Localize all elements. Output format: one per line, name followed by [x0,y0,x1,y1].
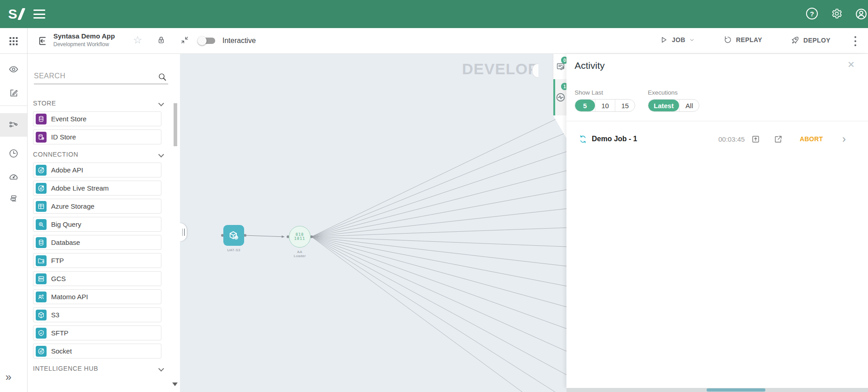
folder-plus-icon [36,255,47,266]
chart-circle-icon [36,165,47,176]
workflow-canvas[interactable]: DEVELOP UAT-S3 010 1011 AALoader [180,54,566,392]
workflow-toolbar: Syntasa Demo App Development Workflow ☆ … [0,28,868,54]
active-tab-indicator [553,79,555,115]
lock-icon[interactable] [156,35,166,45]
palette-item-label: Event Store [51,115,86,123]
tab-activity[interactable]: 1 [553,79,567,115]
section-header-store[interactable]: STORE [33,100,165,107]
palette-item-label: Big Query [51,220,81,228]
palette-item-label: ID Store [51,133,76,141]
workflow-icon [8,120,19,130]
palette-item-event-store[interactable]: Event Store [33,111,161,126]
executions-option-all[interactable]: All [679,100,699,111]
show-last-option-15[interactable]: 15 [615,100,635,111]
interactive-toggle[interactable] [199,38,215,44]
play-icon [659,35,668,44]
shield-icon [36,328,47,339]
page-subtitle: Development Workflow [53,41,115,48]
show-last-option-10[interactable]: 10 [595,100,615,111]
eye-icon [8,64,19,75]
activity-panel: Activity × Show Last Executions 51015 La… [566,54,868,388]
palette-item-s3[interactable]: S3 [33,307,161,322]
palette-item-label: S3 [51,311,59,319]
sidebar-item-dashboard[interactable] [0,164,27,188]
palette-item-ftp[interactable]: FTP [33,253,161,268]
palette-item-adobe-api[interactable]: Adobe API [33,163,161,177]
tab-notes[interactable]: 0 [553,54,567,79]
node-label: AALoader [282,250,318,258]
deploy-button[interactable]: DEPLOY [790,35,830,45]
hamburger-menu-icon[interactable] [33,10,45,19]
horizontal-scrollbar-thumb[interactable] [707,388,765,392]
node-palette-panel: STOREEvent StoreID StoreCONNECTIONAdobe … [28,54,180,392]
compress-icon[interactable] [180,35,189,45]
palette-sections: STOREEvent StoreID StoreCONNECTIONAdobe … [33,100,180,372]
export-log-icon[interactable] [751,134,760,144]
palette-item-adobe-live-stream[interactable]: Adobe Live Stream [33,181,161,196]
palette-item-label: GCS [51,275,66,282]
palette-item-label: Adobe Live Stream [51,184,109,192]
syntasa-logo[interactable]: S [8,6,23,22]
favorite-star-icon[interactable]: ☆ [133,34,142,46]
sidebar-item-history[interactable] [0,142,27,165]
palette-item-sftp[interactable]: SFTP [33,325,161,340]
section-title: CONNECTION [33,151,78,158]
section-header-intelligence-hub[interactable]: INTELLIGENCE HUB [33,365,165,372]
job-name: Demo Job - 1 [592,135,637,143]
gear-icon[interactable] [831,8,844,20]
binary-glyph: 1011 [294,237,305,241]
palette-item-socket[interactable]: Socket [33,344,161,359]
node-uat-s3[interactable] [223,225,244,246]
node-label: UAT-S3 [214,248,253,252]
search-input[interactable] [34,72,151,80]
abort-button[interactable]: ABORT [800,135,823,143]
palette-scroll-down-arrow[interactable] [172,382,178,386]
palette-scrollbar-thumb[interactable] [174,103,177,146]
show-last-option-5[interactable]: 5 [575,100,595,111]
layers-icon [9,194,19,204]
section-header-connection[interactable]: CONNECTION [33,151,165,158]
edit-icon [9,88,19,98]
search-icon[interactable] [157,72,167,82]
executions-option-latest[interactable]: Latest [648,100,679,111]
palette-item-gcs[interactable]: GCS [33,271,161,286]
chevron-right-icon[interactable]: › [842,133,846,145]
open-in-new-icon[interactable] [774,134,783,144]
node-aa-loader[interactable]: 010 1011 [289,226,311,248]
replay-button[interactable]: REPLAY [723,35,762,44]
job-row[interactable]: Demo Job - 1 00:03:45 ABORT › [566,130,868,150]
rail-divider [0,105,27,106]
expand-panel-icon[interactable]: » [5,371,10,383]
divider [566,121,868,121]
replay-icon [723,35,732,44]
palette-item-label: Database [51,239,80,246]
sidebar-item-edit[interactable] [0,81,27,105]
kebab-menu-icon[interactable] [852,35,859,48]
sidebar-item-data[interactable] [0,187,27,210]
panel-title: Activity [575,60,605,71]
back-to-apps-icon[interactable] [37,35,48,47]
chevron-down-icon [158,366,164,372]
top-app-bar: S ? [0,0,868,28]
palette-item-big-query[interactable]: Big Query [33,217,161,232]
account-icon[interactable] [855,8,868,20]
window-grid-icon [36,201,47,212]
chevron-down-icon [689,37,695,43]
sidebar-item-workflow[interactable] [0,113,27,137]
help-icon[interactable]: ? [806,8,819,20]
sidebar-item-view[interactable] [0,57,27,81]
palette-item-label: Adobe API [51,166,83,174]
palette-item-database[interactable]: Database [33,235,161,250]
gauge-icon [8,171,19,182]
server-icon [36,273,47,284]
palette-item-id-store[interactable]: ID Store [33,129,161,144]
cube-plus-icon [228,229,240,241]
palette-item-azure-storage[interactable]: Azure Storage [33,199,161,214]
executions-segmented-control: LatestAll [648,99,699,112]
close-icon[interactable]: × [848,58,854,70]
palette-item-matomo-api[interactable]: Matomo API [33,289,161,304]
chevron-down-icon [158,152,164,158]
apps-grid-icon[interactable] [0,28,28,54]
job-menu-button[interactable]: JOB [659,35,695,44]
page-title: Syntasa Demo App [53,32,115,40]
